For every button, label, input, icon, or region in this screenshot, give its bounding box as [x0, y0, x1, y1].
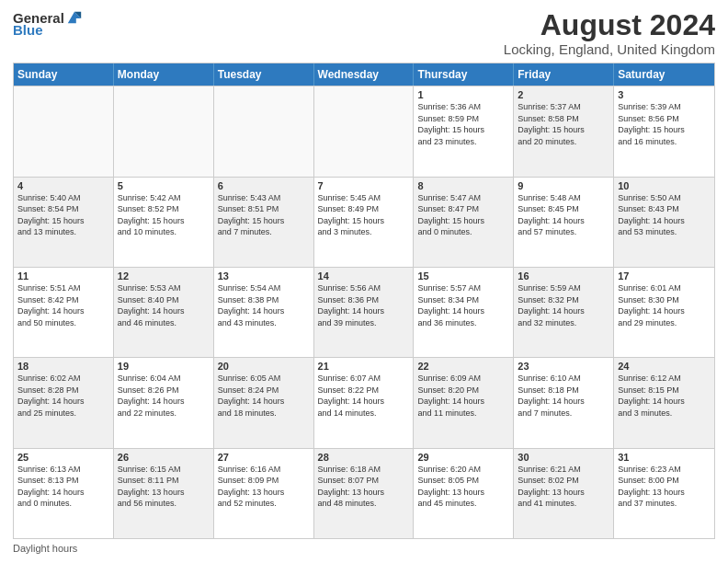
cell-info: Sunrise: 5:53 AM Sunset: 8:40 PM Dayligh… — [118, 282, 210, 328]
title-block: August 2024 Locking, England, United Kin… — [504, 9, 715, 57]
cell-info: Sunrise: 5:47 AM Sunset: 8:47 PM Dayligh… — [417, 192, 509, 238]
day-number: 16 — [518, 270, 609, 282]
day-number: 14 — [318, 270, 410, 282]
cell-info: Sunrise: 5:40 AM Sunset: 8:54 PM Dayligh… — [17, 192, 109, 238]
cal-cell-2: 2Sunrise: 5:37 AM Sunset: 8:58 PM Daylig… — [514, 86, 614, 176]
day-number: 22 — [417, 361, 509, 372]
cal-cell-29: 29Sunrise: 6:20 AM Sunset: 8:05 PM Dayli… — [414, 449, 514, 538]
day-number: 19 — [118, 361, 210, 372]
cal-cell-26: 26Sunrise: 6:15 AM Sunset: 8:11 PM Dayli… — [114, 449, 214, 538]
daylight-label: Daylight hours — [13, 543, 77, 554]
cal-row-3: 18Sunrise: 6:02 AM Sunset: 8:28 PM Dayli… — [14, 357, 714, 447]
cell-info: Sunrise: 6:15 AM Sunset: 8:11 PM Dayligh… — [118, 464, 210, 510]
main-container: General Blue August 2024 Locking, Englan… — [0, 0, 728, 563]
day-number: 30 — [518, 452, 609, 463]
cal-cell-empty — [214, 86, 314, 176]
cell-info: Sunrise: 6:20 AM Sunset: 8:05 PM Dayligh… — [417, 464, 509, 510]
cal-cell-7: 7Sunrise: 5:45 AM Sunset: 8:49 PM Daylig… — [314, 178, 415, 267]
cal-cell-empty — [114, 86, 214, 176]
cell-info: Sunrise: 5:59 AM Sunset: 8:32 PM Dayligh… — [518, 282, 609, 328]
cell-info: Sunrise: 5:50 AM Sunset: 8:43 PM Dayligh… — [618, 192, 711, 238]
day-number: 2 — [518, 89, 609, 100]
cell-info: Sunrise: 5:36 AM Sunset: 8:59 PM Dayligh… — [417, 101, 509, 147]
day-number: 28 — [318, 452, 410, 463]
cal-header-friday: Friday — [514, 63, 614, 86]
cal-cell-5: 5Sunrise: 5:42 AM Sunset: 8:52 PM Daylig… — [114, 178, 214, 267]
calendar-body: 1Sunrise: 5:36 AM Sunset: 8:59 PM Daylig… — [14, 86, 714, 538]
cal-cell-22: 22Sunrise: 6:09 AM Sunset: 8:20 PM Dayli… — [414, 358, 514, 447]
cal-row-2: 11Sunrise: 5:51 AM Sunset: 8:42 PM Dayli… — [14, 267, 714, 357]
day-number: 23 — [518, 361, 609, 372]
day-number: 31 — [618, 452, 711, 463]
cell-info: Sunrise: 6:18 AM Sunset: 8:07 PM Dayligh… — [318, 464, 410, 510]
cal-cell-28: 28Sunrise: 6:18 AM Sunset: 8:07 PM Dayli… — [314, 449, 415, 538]
cell-info: Sunrise: 5:42 AM Sunset: 8:52 PM Dayligh… — [118, 192, 210, 238]
cal-cell-20: 20Sunrise: 6:05 AM Sunset: 8:24 PM Dayli… — [214, 358, 314, 447]
day-number: 12 — [118, 270, 210, 282]
cell-info: Sunrise: 6:12 AM Sunset: 8:15 PM Dayligh… — [618, 373, 711, 419]
cal-cell-18: 18Sunrise: 6:02 AM Sunset: 8:28 PM Dayli… — [14, 358, 114, 447]
logo: General Blue — [13, 9, 83, 38]
cell-info: Sunrise: 5:48 AM Sunset: 8:45 PM Dayligh… — [518, 192, 609, 238]
header: General Blue August 2024 Locking, Englan… — [13, 9, 715, 57]
day-number: 29 — [417, 452, 509, 463]
day-number: 17 — [618, 270, 711, 282]
cal-row-0: 1Sunrise: 5:36 AM Sunset: 8:59 PM Daylig… — [14, 86, 714, 176]
cell-info: Sunrise: 5:51 AM Sunset: 8:42 PM Dayligh… — [17, 282, 109, 328]
cal-header-saturday: Saturday — [614, 63, 714, 86]
logo-blue: Blue — [13, 22, 43, 38]
cal-cell-10: 10Sunrise: 5:50 AM Sunset: 8:43 PM Dayli… — [614, 178, 714, 267]
location: Locking, England, United Kingdom — [504, 41, 715, 57]
day-number: 27 — [218, 452, 310, 463]
day-number: 9 — [518, 180, 609, 191]
cell-info: Sunrise: 5:56 AM Sunset: 8:36 PM Dayligh… — [318, 282, 410, 328]
cell-info: Sunrise: 5:37 AM Sunset: 8:58 PM Dayligh… — [518, 101, 609, 147]
day-number: 20 — [218, 361, 310, 372]
cal-cell-16: 16Sunrise: 5:59 AM Sunset: 8:32 PM Dayli… — [514, 268, 614, 357]
cal-header-monday: Monday — [114, 63, 214, 86]
footer-note: Daylight hours — [13, 543, 715, 554]
cal-cell-14: 14Sunrise: 5:56 AM Sunset: 8:36 PM Dayli… — [314, 268, 415, 357]
cal-cell-4: 4Sunrise: 5:40 AM Sunset: 8:54 PM Daylig… — [14, 178, 114, 267]
cell-info: Sunrise: 6:09 AM Sunset: 8:20 PM Dayligh… — [417, 373, 509, 419]
day-number: 8 — [417, 180, 509, 191]
cell-info: Sunrise: 5:43 AM Sunset: 8:51 PM Dayligh… — [218, 192, 310, 238]
day-number: 11 — [17, 270, 109, 282]
cal-cell-15: 15Sunrise: 5:57 AM Sunset: 8:34 PM Dayli… — [414, 268, 514, 357]
cal-cell-empty — [14, 86, 114, 176]
cal-cell-6: 6Sunrise: 5:43 AM Sunset: 8:51 PM Daylig… — [214, 178, 314, 267]
cal-cell-empty — [314, 86, 415, 176]
cal-cell-1: 1Sunrise: 5:36 AM Sunset: 8:59 PM Daylig… — [414, 86, 514, 176]
day-number: 18 — [17, 361, 109, 372]
cal-cell-23: 23Sunrise: 6:10 AM Sunset: 8:18 PM Dayli… — [514, 358, 614, 447]
cell-info: Sunrise: 5:54 AM Sunset: 8:38 PM Dayligh… — [218, 282, 310, 328]
day-number: 6 — [218, 180, 310, 191]
cal-cell-21: 21Sunrise: 6:07 AM Sunset: 8:22 PM Dayli… — [314, 358, 415, 447]
day-number: 21 — [318, 361, 410, 372]
cell-info: Sunrise: 5:57 AM Sunset: 8:34 PM Dayligh… — [417, 282, 509, 328]
cal-cell-3: 3Sunrise: 5:39 AM Sunset: 8:56 PM Daylig… — [614, 86, 714, 176]
cal-cell-12: 12Sunrise: 5:53 AM Sunset: 8:40 PM Dayli… — [114, 268, 214, 357]
cell-info: Sunrise: 6:21 AM Sunset: 8:02 PM Dayligh… — [518, 464, 609, 510]
cal-row-1: 4Sunrise: 5:40 AM Sunset: 8:54 PM Daylig… — [14, 177, 714, 267]
cell-info: Sunrise: 6:05 AM Sunset: 8:24 PM Dayligh… — [218, 373, 310, 419]
cell-info: Sunrise: 6:04 AM Sunset: 8:26 PM Dayligh… — [118, 373, 210, 419]
day-number: 5 — [118, 180, 210, 191]
logo-icon — [66, 9, 83, 26]
day-number: 13 — [218, 270, 310, 282]
cal-header-thursday: Thursday — [414, 63, 514, 86]
cell-info: Sunrise: 5:45 AM Sunset: 8:49 PM Dayligh… — [318, 192, 410, 238]
day-number: 24 — [618, 361, 711, 372]
cell-info: Sunrise: 6:23 AM Sunset: 8:00 PM Dayligh… — [618, 464, 711, 510]
day-number: 4 — [17, 180, 109, 191]
day-number: 15 — [417, 270, 509, 282]
cal-cell-27: 27Sunrise: 6:16 AM Sunset: 8:09 PM Dayli… — [214, 449, 314, 538]
cell-info: Sunrise: 5:39 AM Sunset: 8:56 PM Dayligh… — [618, 101, 711, 147]
cal-cell-8: 8Sunrise: 5:47 AM Sunset: 8:47 PM Daylig… — [414, 178, 514, 267]
cal-cell-31: 31Sunrise: 6:23 AM Sunset: 8:00 PM Dayli… — [614, 449, 714, 538]
calendar-header: SundayMondayTuesdayWednesdayThursdayFrid… — [14, 63, 714, 86]
cell-info: Sunrise: 6:16 AM Sunset: 8:09 PM Dayligh… — [218, 464, 310, 510]
cal-cell-11: 11Sunrise: 5:51 AM Sunset: 8:42 PM Dayli… — [14, 268, 114, 357]
cal-cell-24: 24Sunrise: 6:12 AM Sunset: 8:15 PM Dayli… — [614, 358, 714, 447]
day-number: 26 — [118, 452, 210, 463]
